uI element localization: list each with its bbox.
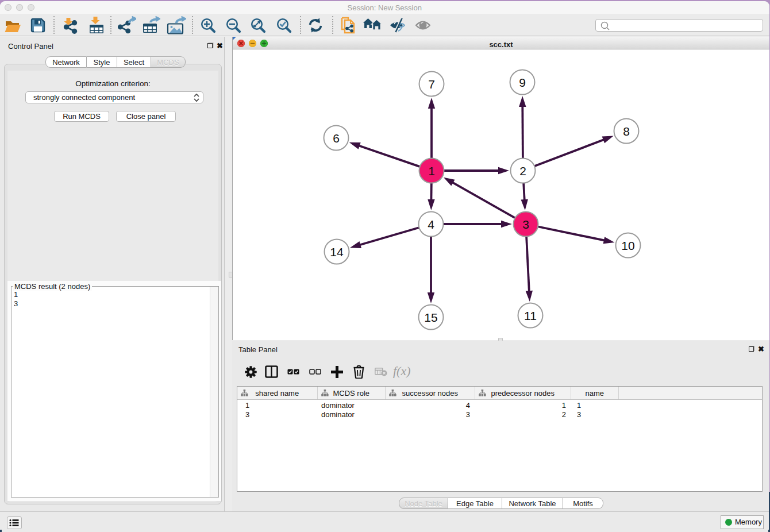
svg-text:1: 1 [428, 164, 435, 178]
svg-text:9: 9 [519, 76, 526, 89]
svg-text:3: 3 [522, 218, 529, 231]
svg-text:15: 15 [424, 311, 437, 324]
svg-text:7: 7 [428, 78, 435, 91]
svg-text:10: 10 [621, 239, 634, 252]
svg-text:4: 4 [428, 218, 434, 231]
svg-text:6: 6 [333, 132, 340, 145]
svg-text:14: 14 [330, 245, 344, 259]
svg-text:2: 2 [519, 164, 526, 178]
svg-text:8: 8 [623, 125, 630, 138]
svg-text:11: 11 [524, 309, 537, 322]
